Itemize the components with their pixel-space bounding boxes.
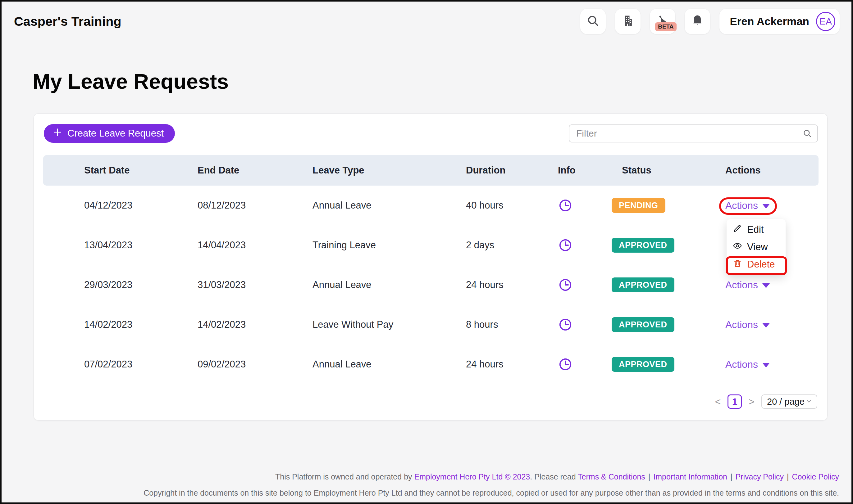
actions-dropdown-trigger[interactable]: Actions: [725, 319, 770, 330]
create-leave-request-button[interactable]: Create Leave Request: [44, 124, 175, 143]
top-bar-actions: BETA Eren Ackerman EA: [580, 9, 840, 34]
leave-requests-table: Start Date End Date Leave Type Duration …: [43, 155, 819, 384]
leave-requests-page: { "header": { "title": "Casper's Trainin…: [0, 0, 853, 504]
column-header-duration: Duration: [466, 165, 558, 176]
footer: This Platform is owned and operated by E…: [143, 469, 839, 501]
footer-mid: . Please read: [530, 472, 578, 481]
footer-prefix: This Platform is owned and operated by: [275, 472, 414, 481]
end-date-cell: 08/12/2023: [197, 200, 313, 211]
table-header-row: Start Date End Date Leave Type Duration …: [43, 155, 819, 185]
chevron-down-icon: [762, 323, 770, 328]
pencil-icon: [733, 224, 742, 236]
start-date-cell: 29/03/2023: [84, 279, 197, 290]
building-icon: [621, 14, 634, 29]
pagination-page-1[interactable]: 1: [728, 394, 742, 409]
start-date-cell: 13/04/2023: [84, 239, 197, 251]
eye-icon: [733, 241, 742, 253]
company-button[interactable]: [615, 9, 641, 34]
info-clock-icon[interactable]: [558, 317, 612, 332]
pagination-next-button[interactable]: >: [749, 396, 754, 408]
footer-cookie-link[interactable]: Cookie Policy: [792, 472, 839, 481]
end-date-cell: 14/04/2023: [197, 239, 313, 251]
chevron-down-icon: [762, 363, 770, 367]
footer-important-info-link[interactable]: Important Information: [653, 472, 727, 481]
column-header-status: Status: [612, 165, 725, 176]
menu-item-delete[interactable]: Delete: [727, 256, 786, 273]
info-clock-icon[interactable]: [558, 198, 612, 213]
bell-icon: [691, 14, 704, 29]
leave-type-cell: Leave Without Pay: [313, 319, 466, 330]
top-bar: Casper's Training BETA Eren Ackerman EA: [14, 7, 840, 36]
end-date-cell: 31/03/2023: [197, 279, 313, 290]
start-date-cell: 04/12/2023: [84, 200, 197, 211]
avatar: EA: [816, 12, 835, 31]
filter-input[interactable]: [569, 124, 818, 142]
table-row: 04/12/2023 08/12/2023 Annual Leave 40 ho…: [43, 185, 819, 225]
trash-icon: [733, 258, 742, 270]
end-date-cell: 09/02/2023: [197, 359, 313, 370]
status-badge: APPROVED: [612, 277, 674, 292]
status-badge: APPROVED: [612, 357, 674, 372]
status-badge: APPROVED: [612, 317, 674, 332]
leave-type-cell: Annual Leave: [313, 279, 466, 290]
beta-badge: BETA: [655, 22, 676, 31]
info-clock-icon[interactable]: [558, 357, 612, 372]
table-row: 07/02/2023 09/02/2023 Annual Leave 24 ho…: [43, 344, 819, 384]
start-date-cell: 14/02/2023: [84, 319, 197, 330]
chevron-down-icon: [762, 204, 770, 209]
table-row: 14/02/2023 14/02/2023 Leave Without Pay …: [43, 305, 819, 344]
leave-type-cell: Annual Leave: [313, 359, 466, 370]
plus-icon: [52, 127, 63, 140]
footer-privacy-link[interactable]: Privacy Policy: [735, 472, 784, 481]
pagination-prev-button[interactable]: <: [715, 396, 721, 408]
user-menu[interactable]: Eren Ackerman EA: [719, 9, 840, 34]
duration-cell: 24 hours: [466, 279, 558, 290]
column-header-actions: Actions: [725, 165, 819, 176]
start-date-cell: 07/02/2023: [84, 359, 197, 370]
footer-line-1: This Platform is owned and operated by E…: [143, 469, 839, 485]
duration-cell: 24 hours: [466, 359, 558, 370]
actions-dropdown-trigger[interactable]: Actions: [725, 359, 770, 370]
duration-cell: 8 hours: [466, 319, 558, 330]
status-badge: PENDING: [612, 198, 665, 213]
footer-terms-link[interactable]: Terms & Conditions: [578, 472, 645, 481]
filter-search-icon: [802, 128, 812, 139]
footer-copyright: Copyright in the documents on this site …: [143, 485, 839, 501]
notifications-button[interactable]: [685, 9, 710, 34]
menu-item-view[interactable]: View: [727, 238, 786, 256]
actions-dropdown-menu: Edit View Delete: [727, 219, 786, 275]
pagination: < 1 > 20 / page: [715, 394, 817, 409]
info-clock-icon[interactable]: [558, 277, 612, 292]
create-leave-request-label: Create Leave Request: [67, 128, 164, 139]
footer-company-link[interactable]: Employment Hero Pty Ltd © 2023: [414, 472, 530, 481]
leave-type-cell: Annual Leave: [313, 200, 466, 211]
end-date-cell: 14/02/2023: [197, 319, 313, 330]
column-header-start-date: Start Date: [84, 165, 197, 176]
search-button[interactable]: [580, 9, 606, 34]
column-header-info: Info: [558, 165, 612, 176]
actions-dropdown-trigger[interactable]: Actions: [725, 200, 770, 211]
leave-requests-card: Create Leave Request Start Date End Date…: [34, 113, 828, 420]
column-header-leave-type: Leave Type: [313, 165, 466, 176]
search-icon: [586, 14, 600, 29]
filter-field-wrap: [569, 124, 818, 142]
page-size-select[interactable]: 20 / page: [761, 394, 817, 409]
info-clock-icon[interactable]: [558, 238, 612, 253]
column-header-end-date: End Date: [197, 165, 313, 176]
leave-type-cell: Training Leave: [313, 239, 466, 251]
app-title: Casper's Training: [14, 14, 121, 29]
table-row: 29/03/2023 31/03/2023 Annual Leave 24 ho…: [43, 265, 819, 305]
status-badge: APPROVED: [612, 238, 674, 253]
chevron-down-icon: [762, 283, 770, 288]
table-row: 13/04/2023 14/04/2023 Training Leave 2 d…: [43, 225, 819, 265]
chevron-down-icon: [805, 397, 812, 407]
duration-cell: 40 hours: [466, 200, 558, 211]
labs-button[interactable]: BETA: [650, 9, 675, 34]
page-title: My Leave Requests: [33, 69, 229, 93]
user-name: Eren Ackerman: [730, 15, 810, 28]
actions-dropdown-trigger[interactable]: Actions: [725, 279, 770, 291]
duration-cell: 2 days: [466, 239, 558, 251]
menu-item-edit[interactable]: Edit: [727, 221, 786, 238]
